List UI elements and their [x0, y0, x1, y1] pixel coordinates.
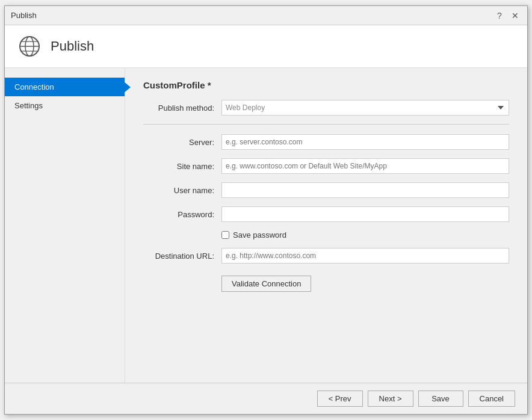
site-name-label: Site name: [143, 162, 221, 171]
body: Connection Settings CustomProfile * Publ… [5, 68, 527, 383]
globe-icon [17, 34, 42, 59]
header-title: Publish [51, 39, 94, 54]
content-area: CustomProfile * Publish method: Web Depl… [125, 68, 527, 383]
publish-method-select[interactable]: Web Deploy FTP File System [221, 100, 509, 116]
section-title: CustomProfile * [143, 80, 509, 90]
save-button[interactable]: Save [418, 391, 463, 407]
validate-connection-button[interactable]: Validate Connection [221, 276, 311, 292]
sidebar-item-settings[interactable]: Settings [5, 96, 125, 115]
sidebar-item-connection-label: Connection [14, 82, 54, 91]
password-label: Password: [143, 210, 221, 219]
title-bar: Publish ? ✕ [5, 6, 527, 25]
sidebar-arrow-icon [123, 81, 131, 93]
sidebar-item-connection[interactable]: Connection [5, 78, 125, 96]
sidebar: Connection Settings [5, 68, 125, 383]
save-password-label[interactable]: Save password [233, 230, 286, 239]
server-row: Server: [143, 134, 509, 150]
publish-method-label: Publish method: [143, 103, 221, 113]
destination-url-label: Destination URL: [143, 252, 221, 261]
site-name-row: Site name: [143, 158, 509, 174]
user-name-input[interactable] [221, 182, 509, 198]
close-button[interactable]: ✕ [509, 10, 521, 22]
password-input[interactable] [221, 206, 509, 222]
site-name-input[interactable] [221, 158, 509, 174]
cancel-button[interactable]: Cancel [468, 391, 515, 407]
sidebar-item-settings-label: Settings [14, 101, 43, 110]
password-row: Password: [143, 206, 509, 222]
header: Publish [5, 25, 527, 68]
next-button[interactable]: Next > [368, 391, 413, 407]
dialog-title: Publish [11, 11, 37, 20]
destination-url-row: Destination URL: [143, 248, 509, 264]
publish-dialog: Publish ? ✕ Publish Connection [4, 5, 528, 415]
separator [143, 124, 509, 125]
server-input[interactable] [221, 134, 509, 150]
save-password-row: Save password [143, 230, 509, 239]
server-label: Server: [143, 138, 221, 147]
destination-url-input[interactable] [221, 248, 509, 264]
title-bar-controls: ? ✕ [493, 10, 521, 22]
user-name-label: User name: [143, 186, 221, 195]
prev-button[interactable]: < Prev [317, 391, 363, 407]
user-name-row: User name: [143, 182, 509, 198]
footer: < Prev Next > Save Cancel [5, 383, 527, 414]
save-password-checkbox[interactable] [221, 231, 229, 239]
publish-method-row: Publish method: Web Deploy FTP File Syst… [143, 100, 509, 116]
help-button[interactable]: ? [493, 10, 506, 22]
